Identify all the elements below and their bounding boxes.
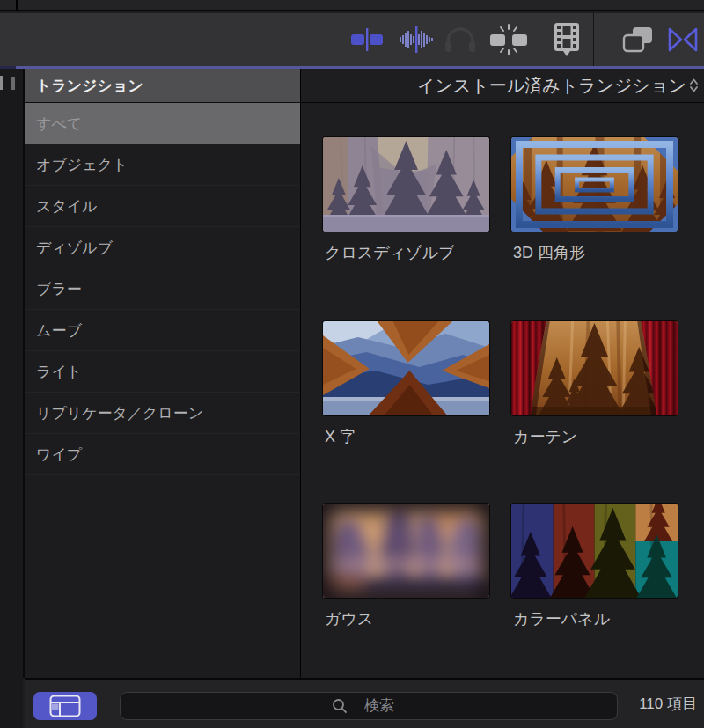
toolbar — [0, 13, 704, 66]
search-field-wrap — [120, 692, 618, 720]
search-input[interactable] — [120, 692, 618, 720]
panel-header: インストール済みトランジション — [301, 69, 704, 103]
sidebar-item-wipe[interactable]: ワイプ — [25, 434, 300, 475]
transition-color-panels: カラーパネル — [511, 504, 678, 629]
sidebar-item-all[interactable]: すべて — [25, 103, 300, 144]
sidebar-item-light[interactable]: ライト — [25, 351, 300, 393]
transitions-flash-icon[interactable] — [486, 13, 532, 66]
sidebar-item-object[interactable]: オブジェクト — [25, 144, 300, 186]
panel-header-label: インストール済みトランジション — [417, 74, 686, 98]
toolbar-divider — [593, 13, 594, 66]
3d-rectangle-thumbnail[interactable] — [511, 137, 678, 232]
sidebar-item-blur[interactable]: ブラー — [25, 268, 300, 310]
transitions-browser-icon[interactable] — [665, 13, 700, 66]
sidebar-item-dissolve[interactable]: ディゾルブ — [25, 227, 300, 268]
effects-browser-icon[interactable] — [618, 13, 656, 66]
sidebar-item-replicator-clone[interactable]: リプリケータ／クローン — [25, 393, 300, 434]
audio-skimming-headphones-icon[interactable] — [442, 13, 479, 66]
sidebar-item-move[interactable]: ムーブ — [25, 310, 300, 351]
transition-label: ガウス — [323, 608, 489, 629]
item-count: 110 項目 — [639, 680, 697, 728]
curtain-thumbnail[interactable] — [511, 321, 678, 415]
transition-gaussian: ガウス — [323, 504, 489, 629]
browser-sidebar-toggle-icon — [49, 695, 81, 717]
transition-x-shape: X 字 — [323, 321, 489, 447]
gaussian-thumbnail[interactable] — [323, 504, 489, 598]
transition-label: 3D 四角形 — [511, 242, 678, 263]
left-edge-strip — [0, 69, 23, 728]
trim-clips-icon[interactable] — [348, 13, 385, 66]
audio-waveform-icon[interactable] — [398, 13, 435, 66]
transition-label: クロスディゾルブ — [323, 242, 489, 263]
media-filmstrip-icon[interactable] — [549, 13, 584, 66]
color-panels-thumbnail[interactable] — [511, 504, 678, 598]
sort-chevrons-icon[interactable] — [688, 77, 700, 94]
transition-cross-dissolve: クロスディゾルブ — [323, 137, 489, 263]
browser-sidebar-toggle-button[interactable] — [33, 692, 97, 720]
sidebar-item-style[interactable]: スタイル — [25, 186, 300, 227]
x-shape-thumbnail[interactable] — [323, 321, 489, 415]
sidebar-title: トランジション — [25, 69, 300, 103]
transition-label: X 字 — [323, 426, 489, 447]
transition-3d-rectangle: 3D 四角形 — [511, 137, 678, 263]
transitions-browser-window: トランジション すべて オブジェクト スタイル ディゾルブ ブラー ムーブ ライ… — [0, 0, 704, 728]
window-top-strip — [0, 0, 704, 11]
transition-label: カラーパネル — [511, 608, 678, 629]
transition-curtain: カーテン — [511, 321, 678, 447]
transitions-grid: クロスディゾルブ — [301, 103, 704, 678]
cross-dissolve-thumbnail[interactable] — [323, 137, 489, 232]
transitions-panel: インストール済みトランジション — [301, 69, 704, 678]
category-sidebar: トランジション すべて オブジェクト スタイル ディゾルブ ブラー ムーブ ライ… — [25, 69, 300, 678]
status-bar: 110 項目 — [25, 680, 704, 728]
transition-label: カーテン — [511, 426, 678, 447]
